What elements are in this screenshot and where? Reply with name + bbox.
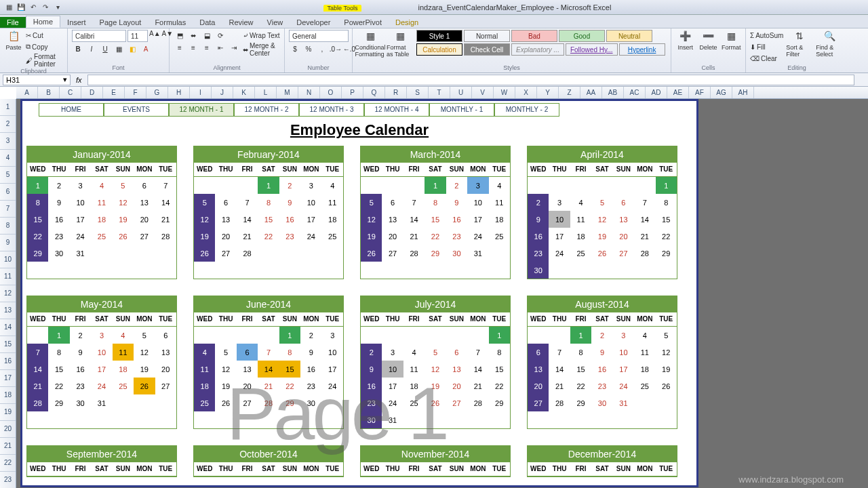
day-cell[interactable]: 3 (322, 327, 343, 344)
day-cell[interactable] (656, 394, 677, 411)
day-cell[interactable]: 27 (237, 394, 258, 411)
day-cell[interactable]: 8 (425, 194, 446, 211)
day-cell[interactable]: 2 (279, 177, 300, 194)
day-cell[interactable]: 10 (613, 344, 634, 361)
day-cell[interactable]: 28 (258, 394, 279, 411)
day-cell[interactable]: 13 (613, 211, 634, 228)
col-O[interactable]: O (320, 87, 342, 98)
day-cell[interactable]: 4 (570, 194, 591, 211)
day-cell[interactable] (113, 394, 134, 411)
day-cell[interactable]: 21 (155, 211, 176, 228)
day-cell[interactable]: 23 (361, 394, 382, 411)
cell-style-calculation[interactable]: Calculation (416, 43, 462, 56)
day-cell[interactable] (258, 245, 279, 262)
day-cell[interactable]: 17 (467, 211, 488, 228)
day-cell[interactable]: 21 (467, 378, 488, 394)
day-cell[interactable]: 5 (215, 344, 236, 361)
day-cell[interactable]: 2 (446, 177, 467, 194)
day-cell[interactable]: 7 (634, 194, 655, 211)
day-cell[interactable] (155, 394, 176, 411)
day-cell[interactable]: 11 (489, 194, 510, 211)
day-cell[interactable]: 27 (215, 245, 236, 262)
ribbon-tab-view[interactable]: View (260, 17, 290, 28)
day-cell[interactable] (489, 411, 510, 428)
day-cell[interactable]: 8 (656, 194, 677, 211)
ribbon-tab-design[interactable]: Design (389, 17, 425, 28)
day-cell[interactable]: 12 (425, 361, 446, 378)
day-cell[interactable]: 21 (634, 228, 655, 245)
bold-button[interactable]: B (72, 43, 84, 54)
day-cell[interactable]: 22 (279, 378, 300, 394)
day-cell[interactable]: 20 (382, 228, 403, 245)
day-cell[interactable]: 19 (591, 228, 612, 245)
day-cell[interactable]: 13 (155, 344, 176, 361)
day-cell[interactable] (591, 262, 612, 279)
day-cell[interactable]: 23 (300, 378, 321, 394)
row-23[interactable]: 23 (0, 472, 16, 488)
day-cell[interactable]: 25 (194, 394, 215, 411)
delete-cells-button[interactable]: ➖Delete (698, 30, 719, 52)
day-cell[interactable]: 4 (489, 177, 510, 194)
day-cell[interactable]: 24 (322, 378, 343, 394)
day-cell[interactable]: 14 (237, 211, 258, 228)
day-cell[interactable]: 29 (425, 245, 446, 262)
day-cell[interactable] (237, 177, 258, 194)
day-cell[interactable] (134, 245, 155, 262)
day-cell[interactable]: 21 (237, 228, 258, 245)
day-cell[interactable]: 4 (403, 344, 425, 361)
day-cell[interactable]: 1 (279, 327, 300, 344)
row-2[interactable]: 2 (0, 116, 16, 133)
day-cell[interactable]: 6 (134, 177, 155, 194)
day-cell[interactable] (194, 327, 215, 344)
day-cell[interactable]: 16 (70, 361, 91, 378)
day-cell[interactable]: 31 (91, 394, 112, 411)
formula-bar[interactable] (87, 75, 854, 85)
day-cell[interactable]: 26 (134, 378, 155, 394)
day-cell[interactable]: 12 (215, 361, 236, 378)
nav-tab-12-month-4[interactable]: 12 MONTH - 4 (364, 103, 429, 117)
col-L[interactable]: L (255, 87, 277, 98)
day-cell[interactable]: 13 (382, 211, 403, 228)
day-cell[interactable] (570, 177, 591, 194)
day-cell[interactable]: 23 (70, 378, 91, 394)
day-cell[interactable]: 19 (656, 361, 677, 378)
day-cell[interactable]: 15 (425, 211, 446, 228)
day-cell[interactable]: 2 (300, 327, 321, 344)
comma-icon[interactable]: , (316, 43, 328, 54)
day-cell[interactable]: 27 (382, 245, 403, 262)
cell-style-bad[interactable]: Bad (511, 30, 557, 42)
day-cell[interactable]: 8 (489, 344, 510, 361)
day-cell[interactable]: 2 (70, 327, 91, 344)
day-cell[interactable]: 11 (570, 211, 591, 228)
day-cell[interactable]: 30 (361, 411, 382, 428)
fx-icon[interactable]: fx (76, 76, 82, 84)
fill-color-button[interactable]: ◧ (126, 43, 138, 54)
day-cell[interactable] (322, 394, 343, 411)
ribbon-tab-developer[interactable]: Developer (290, 17, 337, 28)
col-U[interactable]: U (450, 87, 472, 98)
day-cell[interactable]: 19 (215, 378, 236, 394)
day-cell[interactable]: 4 (322, 177, 343, 194)
day-cell[interactable]: 15 (258, 211, 279, 228)
day-cell[interactable] (613, 262, 634, 279)
day-cell[interactable] (361, 177, 382, 194)
day-cell[interactable]: 29 (489, 394, 510, 411)
day-cell[interactable]: 17 (70, 211, 91, 228)
day-cell[interactable]: 16 (48, 211, 69, 228)
day-cell[interactable]: 24 (382, 394, 403, 411)
day-cell[interactable]: 29 (48, 394, 69, 411)
day-cell[interactable] (425, 327, 446, 344)
col-I[interactable]: I (190, 87, 212, 98)
day-cell[interactable] (215, 327, 236, 344)
day-cell[interactable]: 8 (48, 344, 69, 361)
day-cell[interactable] (634, 177, 655, 194)
day-cell[interactable] (489, 245, 510, 262)
row-16[interactable]: 16 (0, 353, 16, 370)
day-cell[interactable]: 9 (300, 344, 321, 361)
cell-style-followed-hyperlink[interactable]: Followed Hy... (566, 43, 618, 56)
day-cell[interactable]: 7 (403, 194, 425, 211)
cell-style-style1[interactable]: Style 1 (416, 30, 462, 42)
col-A[interactable]: A (16, 87, 38, 98)
col-AE[interactable]: AE (667, 87, 689, 98)
day-cell[interactable]: 5 (591, 194, 612, 211)
